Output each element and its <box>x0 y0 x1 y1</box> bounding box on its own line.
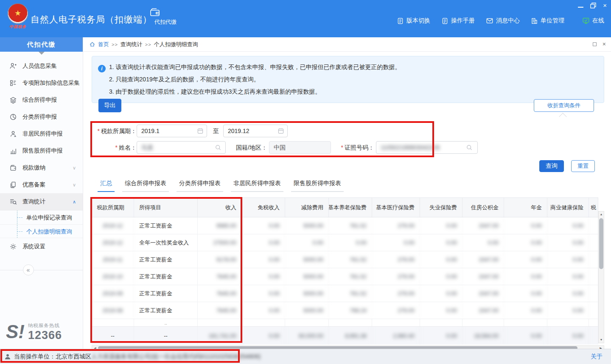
layers-icon <box>9 96 17 104</box>
sidebar-item-nonresident-income[interactable]: 非居民所得申报 <box>0 125 83 142</box>
sidebar-item-label: 查询统计 <box>22 198 45 206</box>
col-header: 收入 <box>198 198 242 217</box>
menu-label: 在线 <box>592 17 604 25</box>
total-item: -- <box>134 327 198 345</box>
table-row[interactable]: 2019-08 正常工资薪金 7645.00 0.00 5000.00 798.… <box>92 302 598 319</box>
sidebar-item-tax-payment[interactable]: 税款缴纳 ∨ <box>0 159 83 176</box>
scroll-down-icon[interactable]: ▼ <box>600 337 603 343</box>
cell-value: 0.00 <box>547 268 589 285</box>
col-header: 税款所属期 <box>92 198 134 217</box>
reset-button[interactable]: 重置 <box>571 160 595 172</box>
wallet-icon <box>149 7 182 18</box>
about-link[interactable]: 关于 <box>591 353 603 361</box>
cell-value: 0.00 <box>420 217 462 234</box>
form-list-icon <box>9 79 17 87</box>
table-total-row: -- -- 161,741.00 0.00 60,000.00 8,991.36… <box>92 327 598 345</box>
cell-empty <box>589 251 598 268</box>
vertical-scrollbar[interactable]: ▲ ▼ <box>598 211 604 343</box>
close-tab-icon[interactable]: × <box>603 41 606 47</box>
ellipsis-text: .. <box>134 319 198 326</box>
breadcrumb-separator: >> <box>145 42 151 47</box>
col-header: 商业健康保险 <box>547 198 589 217</box>
document-icon <box>397 17 404 25</box>
collapse-sidebar-button[interactable]: « <box>23 264 34 275</box>
cell-empty <box>589 302 598 319</box>
cell-value: 761.52 <box>329 268 372 285</box>
cell-value: 279.00 <box>372 302 420 319</box>
sidebar-subitem-unit-declaration-query[interactable]: 单位申报记录查询 <box>0 210 83 224</box>
cell-value: 0.00 <box>329 234 372 251</box>
maximize-tab-icon[interactable] <box>593 42 597 46</box>
tab-summary[interactable]: 汇总 <box>98 180 115 192</box>
main-content: 首页 >> 查询统计 >> 个人扣缴明细查询 × i1. 该查询统计表仅能查询已… <box>83 37 611 349</box>
export-button[interactable]: 导出 <box>98 99 121 112</box>
menu-manual[interactable]: 操作手册 <box>441 17 475 25</box>
sidebar-item-label: 税款缴纳 <box>22 164 45 172</box>
menu-message-center[interactable]: 消息中心 <box>486 17 520 25</box>
total-value: 60,000.00 <box>285 327 329 345</box>
vertical-scroll-thumb[interactable] <box>599 218 603 269</box>
tab-nonresident[interactable]: 非居民所得申报表 <box>231 180 283 192</box>
col-header: 基本养老保险费 <box>329 198 372 217</box>
cell-value: 7645.00 <box>198 268 242 285</box>
tab-classified[interactable]: 分类所得申报表 <box>177 180 223 192</box>
calendar-icon[interactable] <box>197 128 204 134</box>
search-list-icon <box>9 198 17 206</box>
header-menu: 版本切换 操作手册 消息中心 单位管理 在线 <box>397 17 604 25</box>
range-to-label: 至 <box>210 125 221 137</box>
nav-tab-withholding[interactable]: 代扣代缴 <box>149 7 182 26</box>
col-header: 减除费用 <box>285 198 329 217</box>
close-icon[interactable]: × <box>603 2 607 9</box>
table-row[interactable]: 2019-12 正常工资薪金 9985.00 0.00 5000.00 761.… <box>92 217 598 234</box>
table-row[interactable]: 2019-09 正常工资薪金 7645.00 0.00 5000.00 761.… <box>92 285 598 302</box>
wallet-icon <box>9 164 17 172</box>
minimize-icon[interactable] <box>578 7 583 8</box>
scroll-up-icon[interactable]: ▲ <box>600 211 603 217</box>
sidebar-item-query-statistics[interactable]: 查询统计 ∧ <box>0 193 83 210</box>
table-row[interactable]: 2019-11 正常工资薪金 9178.00 0.00 5000.00 761.… <box>92 251 598 268</box>
tab-comprehensive[interactable]: 综合所得申报表 <box>122 180 169 192</box>
col-header: 基本医疗保险费 <box>372 198 420 217</box>
query-button[interactable]: 查询 <box>539 160 564 172</box>
online-status[interactable]: 在线 <box>582 17 604 25</box>
sidebar-item-comprehensive-income[interactable]: 综合所得申报 <box>0 92 83 108</box>
status-bar: 当前操作单位：北京市西城区 人力资源服务有限公司(统一社会信用代码9111010… <box>0 349 611 364</box>
col-header: 免税收入 <box>242 198 285 217</box>
table-row[interactable]: 2019-10 正常工资薪金 7645.00 0.00 5000.00 761.… <box>92 268 598 285</box>
table-header-row: 税款所属期 所得项目 收入 免税收入 减除费用 基本养老保险费 基本医疗保险费 … <box>92 198 598 217</box>
cell-value: 0.00 <box>420 268 462 285</box>
cell-period: 2019-08 <box>92 302 134 319</box>
id-number-input[interactable]: 110502199903042229 <box>376 141 478 154</box>
breadcrumb: 首页 >> 查询统计 >> 个人扣缴明细查询 × <box>83 37 611 52</box>
sidebar-item-system-settings[interactable]: 系统设置 <box>0 238 83 255</box>
emblem-star-icon: ★ <box>14 9 21 17</box>
calendar-icon[interactable] <box>277 128 284 134</box>
menu-unit-management[interactable]: 单位管理 <box>531 17 564 25</box>
breadcrumb-home[interactable]: 首页 <box>98 41 109 48</box>
search-icon[interactable] <box>215 144 221 151</box>
sidebar-item-personnel-info[interactable]: 人员信息采集 <box>0 58 83 75</box>
col-header: 所得项目 <box>134 198 198 217</box>
nationality-label: 国籍/地区： <box>231 141 267 154</box>
collapse-query-button[interactable]: 收折查询条件 <box>534 99 594 112</box>
notice-line-1: 1. 该查询统计表仅能查询已申报成功的数据，不包含未申报、申报失败，已申报但已作… <box>109 64 401 70</box>
name-input[interactable]: 马某 <box>137 141 226 154</box>
sidebar-item-special-deduction[interactable]: 专项附加扣除信息采集 <box>0 75 83 92</box>
search-icon[interactable] <box>466 144 473 151</box>
sidebar-subitem-label: 单位申报记录查询 <box>26 214 72 221</box>
menu-version-switch[interactable]: 版本切换 <box>397 17 430 25</box>
tab-restricted-shares[interactable]: 限售股所得申报表 <box>291 180 344 192</box>
cell-income-item: 正常工资薪金 <box>134 285 198 302</box>
sidebar-item-preferential-filing[interactable]: 优惠备案 ∨ <box>0 176 83 193</box>
restore-icon[interactable] <box>590 3 596 8</box>
id-number-label: *证照号码： <box>335 141 374 154</box>
cell-value: 279.00 <box>372 285 420 302</box>
cell-value: 1547.00 <box>462 217 504 234</box>
sidebar-item-restricted-shares[interactable]: 限售股所得申报 <box>0 142 83 159</box>
table-row[interactable]: 2019-12 全年一次性奖金收入 27500.00 0.00 0.00 0.0… <box>92 234 598 251</box>
sidebar-item-classified-income[interactable]: 分类所得申报 <box>0 108 83 125</box>
sidebar-item-label: 专项附加扣除信息采集 <box>22 79 80 87</box>
sidebar-subitem-personal-withholding-query[interactable]: 个人扣缴明细查询 <box>0 224 83 238</box>
cell-value: 0.00 <box>420 251 462 268</box>
tax-bureau-logo: ★ 中国税务 <box>6 3 30 30</box>
